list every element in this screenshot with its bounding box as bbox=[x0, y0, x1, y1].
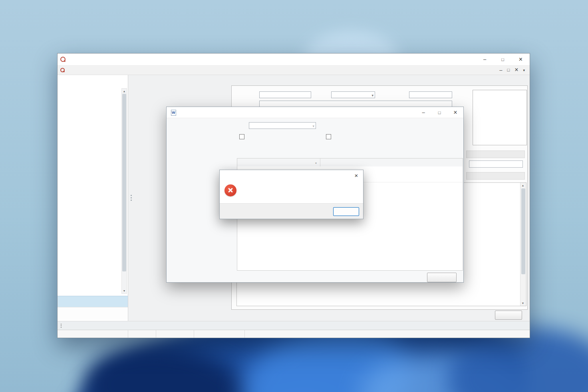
tree-scrollbar[interactable] bbox=[121, 88, 127, 294]
minimize-button[interactable] bbox=[415, 107, 431, 118]
error-titlebar[interactable] bbox=[220, 170, 363, 180]
status-bar bbox=[58, 330, 530, 338]
nav-section-reports[interactable] bbox=[58, 307, 128, 320]
error-footer bbox=[220, 203, 363, 219]
account-code-input[interactable] bbox=[409, 91, 452, 98]
maximize-button[interactable] bbox=[431, 107, 447, 118]
mdi-restore-icon[interactable] bbox=[507, 67, 510, 72]
chevron-down-icon[interactable] bbox=[311, 123, 316, 128]
status-cell bbox=[128, 330, 156, 338]
navigation-pane bbox=[58, 75, 128, 321]
column-header-template-name[interactable] bbox=[237, 158, 320, 166]
close-window-button[interactable] bbox=[512, 53, 530, 65]
force-display-checkbox-row[interactable] bbox=[326, 134, 334, 139]
status-select[interactable] bbox=[331, 91, 375, 98]
menu-bar bbox=[58, 65, 530, 75]
notes-scrollbar[interactable] bbox=[520, 183, 526, 306]
app-logo-icon bbox=[60, 57, 66, 62]
status-cell bbox=[194, 330, 245, 338]
minimize-button[interactable] bbox=[476, 53, 494, 65]
scroll-thumb[interactable] bbox=[122, 94, 126, 271]
chevron-down-icon[interactable] bbox=[370, 93, 375, 97]
dialog-titlebar[interactable] bbox=[167, 107, 463, 118]
scroll-up-icon[interactable] bbox=[520, 183, 525, 188]
error-body bbox=[220, 180, 363, 204]
open-windows-tabbar bbox=[58, 321, 530, 330]
nextgen-merge-checkbox-row[interactable] bbox=[239, 134, 247, 139]
right-panel-bar bbox=[466, 150, 525, 158]
error-icon bbox=[224, 184, 236, 196]
error-dialog bbox=[219, 170, 364, 219]
maximize-button[interactable] bbox=[494, 53, 512, 65]
code-input[interactable] bbox=[259, 91, 311, 98]
tabbar-grip[interactable] bbox=[60, 323, 62, 328]
status-cell bbox=[245, 330, 530, 338]
desktop bbox=[0, 0, 588, 392]
chevron-down-icon[interactable] bbox=[523, 67, 525, 72]
mdi-minimize-icon[interactable] bbox=[499, 67, 502, 73]
scroll-thumb[interactable] bbox=[521, 188, 525, 274]
checkbox-icon[interactable] bbox=[326, 134, 331, 139]
view-select[interactable] bbox=[249, 122, 316, 129]
mdi-close-icon[interactable] bbox=[514, 66, 518, 73]
scroll-up-icon[interactable] bbox=[122, 89, 127, 94]
close-dialog-button[interactable] bbox=[447, 107, 463, 118]
word-templates-icon bbox=[171, 110, 176, 115]
checkbox-icon[interactable] bbox=[239, 134, 244, 139]
window-titlebar[interactable] bbox=[58, 53, 530, 65]
nav-tree bbox=[61, 88, 121, 294]
dialog-close-button[interactable] bbox=[427, 273, 457, 282]
column-header-description[interactable] bbox=[320, 158, 463, 166]
status-cell bbox=[156, 330, 194, 338]
right-panel-input[interactable] bbox=[469, 160, 523, 168]
mdi-window-controls bbox=[499, 66, 525, 73]
right-panel-bar bbox=[466, 172, 525, 180]
photo-upload-box[interactable] bbox=[473, 90, 527, 145]
status-cell bbox=[58, 330, 128, 338]
scroll-down-icon[interactable] bbox=[122, 288, 127, 293]
template-grid-header bbox=[237, 158, 463, 167]
scroll-down-icon[interactable] bbox=[520, 301, 525, 306]
nav-section-main[interactable] bbox=[58, 296, 128, 307]
filter-icon[interactable] bbox=[315, 160, 317, 165]
ok-button[interactable] bbox=[333, 207, 359, 216]
splitter-handle[interactable] bbox=[131, 195, 132, 196]
mdi-child-icon[interactable] bbox=[60, 68, 65, 72]
close-button[interactable] bbox=[495, 311, 522, 320]
close-icon[interactable] bbox=[350, 170, 363, 180]
